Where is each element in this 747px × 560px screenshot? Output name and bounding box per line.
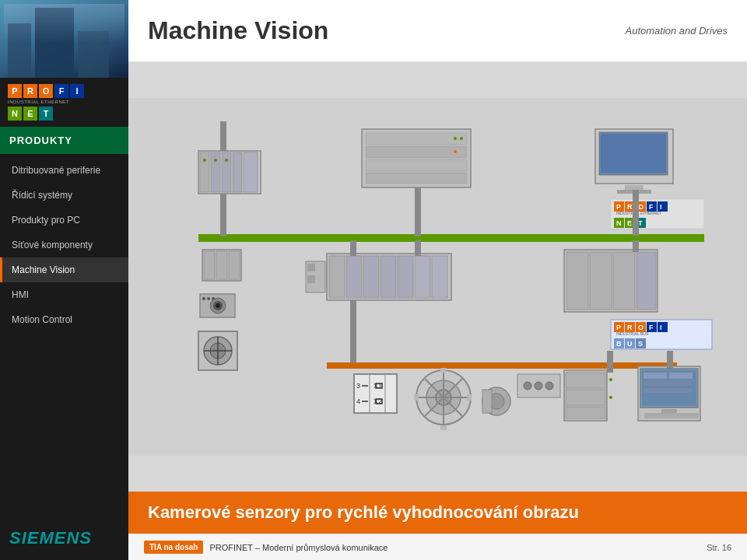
sidebar-item-machinevision[interactable]: Machine Vision — [0, 257, 128, 282]
svg-rect-76 — [566, 252, 588, 310]
profinet-logo: P R O F I INDUSTRIAL ETHERNET N E T — [8, 84, 121, 121]
diagram-area: P R O F I INDUSTRIAL ETHERNET N E T — [128, 62, 747, 492]
svg-point-128 — [609, 396, 612, 399]
svg-rect-47 — [204, 251, 215, 279]
building-image — [0, 0, 128, 78]
svg-rect-67 — [398, 256, 413, 298]
svg-rect-69 — [432, 256, 447, 298]
svg-rect-71 — [415, 240, 421, 256]
svg-text:O: O — [638, 324, 644, 331]
sidebar-item-produktypropc[interactable]: Produkty pro PC — [0, 208, 128, 233]
svg-rect-1 — [220, 121, 226, 152]
svg-text:I: I — [660, 203, 662, 211]
svg-point-127 — [609, 378, 612, 381]
svg-text:N: N — [616, 219, 622, 227]
svg-text:U: U — [627, 340, 633, 348]
svg-text:F: F — [649, 324, 654, 331]
svg-rect-68 — [415, 256, 430, 298]
svg-rect-137 — [644, 413, 699, 418]
svg-rect-14 — [366, 159, 467, 171]
svg-rect-135 — [644, 388, 692, 393]
logo-n: N — [8, 107, 22, 121]
svg-rect-7 — [244, 152, 258, 192]
logo-i: I — [70, 84, 84, 98]
diagram-svg: P R O F I INDUSTRIAL ETHERNET N E T — [128, 62, 747, 492]
logo-subtitle: INDUSTRIAL ETHERNET — [8, 100, 69, 104]
svg-rect-126 — [566, 407, 605, 418]
logo-t: T — [39, 107, 53, 121]
svg-rect-146 — [482, 390, 492, 413]
logo-e: E — [23, 107, 37, 121]
svg-rect-134 — [644, 381, 692, 386]
svg-rect-44 — [415, 187, 421, 236]
svg-point-56 — [212, 297, 215, 300]
orange-banner: Kamerové senzory pro rychlé vyhodnocován… — [128, 492, 747, 534]
svg-point-8 — [203, 159, 206, 162]
svg-rect-21 — [601, 134, 666, 173]
svg-rect-5 — [222, 152, 231, 192]
svg-rect-119 — [440, 368, 447, 373]
logo-r: R — [23, 84, 37, 98]
svg-rect-74 — [307, 275, 315, 283]
banner-text: Kamerové senzory pro rychlé vyhodnocován… — [148, 502, 579, 523]
svg-rect-136 — [661, 409, 677, 413]
sidebar: P R O F I INDUSTRIAL ETHERNET N E T PROD… — [0, 0, 128, 560]
footer-page: Str. 16 — [707, 543, 731, 552]
sidebar-item-motioncontrol[interactable]: Motion Control — [0, 307, 128, 332]
svg-text:I: I — [660, 324, 662, 331]
svg-text:INDUSTRIAL BUS: INDUSTRIAL BUS — [616, 331, 649, 336]
logo-o: O — [39, 84, 53, 98]
svg-rect-4 — [211, 152, 220, 192]
svg-point-10 — [225, 159, 228, 162]
svg-text:P: P — [616, 324, 621, 331]
svg-rect-100 — [350, 300, 356, 362]
svg-rect-121 — [414, 394, 419, 401]
svg-rect-12 — [366, 133, 467, 145]
svg-rect-99 — [327, 362, 677, 369]
svg-rect-49 — [229, 251, 240, 279]
svg-rect-13 — [366, 146, 467, 158]
svg-rect-90 — [658, 322, 668, 332]
svg-text:3: 3 — [356, 382, 360, 390]
logo-p: P — [8, 84, 22, 98]
svg-text:E: E — [627, 219, 632, 227]
sidebar-menu: Ditribuované periferie Řídicí systémy Pr… — [0, 154, 128, 516]
svg-text:B: B — [616, 340, 622, 348]
main-content: Machine Vision Automation and Drives — [128, 0, 747, 560]
svg-point-16 — [454, 137, 457, 140]
svg-rect-125 — [566, 390, 605, 405]
tia-badge: TIA na dosah — [144, 541, 203, 554]
svg-text:S: S — [638, 340, 643, 348]
footer-text: PROFINET – Moderní průmyslová komunikace — [209, 543, 388, 552]
svg-text:F: F — [649, 203, 654, 211]
sidebar-item-sitovekomponenty[interactable]: Síťové komponenty — [0, 233, 128, 257]
svg-rect-48 — [216, 251, 227, 279]
svg-point-9 — [214, 159, 217, 162]
svg-text:O: O — [638, 203, 644, 211]
svg-rect-73 — [307, 264, 315, 271]
svg-rect-133 — [669, 373, 693, 379]
svg-rect-6 — [233, 152, 242, 192]
svg-text:P: P — [616, 203, 621, 211]
svg-text:R: R — [627, 324, 633, 331]
svg-point-143 — [545, 382, 553, 390]
profinet-logo-area: P R O F I INDUSTRIAL ETHERNET N E T — [0, 78, 128, 127]
svg-point-142 — [535, 382, 542, 390]
siemens-logo: SIEMENS — [9, 528, 119, 548]
svg-rect-79 — [637, 252, 656, 310]
svg-rect-122 — [467, 394, 472, 401]
sidebar-item-hmi[interactable]: HMI — [0, 282, 128, 307]
svg-rect-138 — [607, 351, 613, 373]
svg-rect-78 — [613, 252, 635, 310]
svg-rect-65 — [363, 256, 379, 298]
svg-rect-132 — [644, 373, 667, 379]
svg-rect-124 — [566, 373, 605, 388]
sidebar-item-ditribuovane[interactable]: Ditribuované periferie — [0, 158, 128, 183]
svg-rect-43 — [220, 194, 226, 236]
svg-rect-42 — [198, 234, 704, 242]
svg-rect-139 — [667, 351, 673, 369]
svg-point-53 — [216, 303, 220, 308]
sidebar-item-ridicisystemy[interactable]: Řídicí systémy — [0, 183, 128, 208]
siemens-logo-area: SIEMENS — [0, 516, 128, 560]
svg-point-141 — [524, 382, 531, 390]
